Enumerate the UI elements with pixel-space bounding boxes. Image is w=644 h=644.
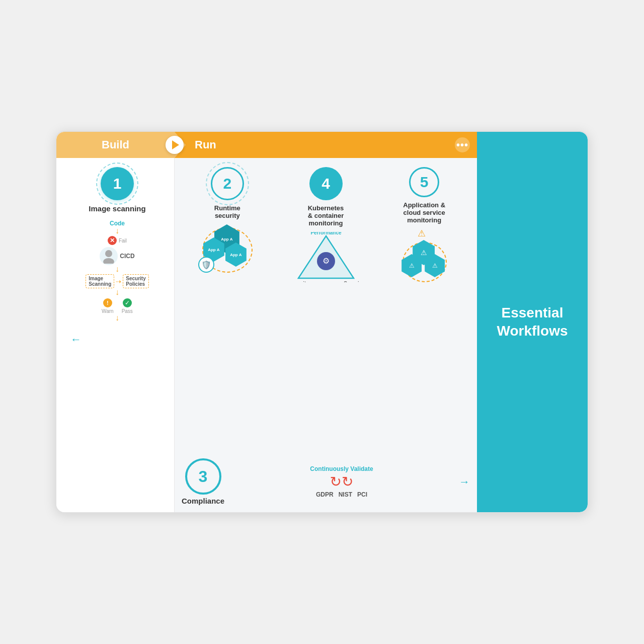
step-5-label: Application &cloud servicemonitoring <box>403 201 445 224</box>
warn-icon: ! <box>103 298 112 307</box>
step-4-item: 4 Kubernetes& containermonitoring <box>280 167 372 282</box>
pass-label: Pass <box>122 308 133 314</box>
run-title: Run <box>195 138 216 151</box>
pass-col: ✓ Pass <box>122 298 133 314</box>
svg-text:⚙: ⚙ <box>323 257 330 265</box>
step-1-number: 1 <box>113 175 122 192</box>
build-header: Build <box>56 132 175 158</box>
step-4-label: Kubernetes& containermonitoring <box>308 204 344 227</box>
hex-cluster-2: App A App A App A 🛡️ <box>197 223 258 274</box>
step-5-item: 5 Application &cloud servicemonitoring ⚠… <box>378 167 470 278</box>
cv-arrow-right: ↻ <box>342 473 353 490</box>
step-1-circle: 1 <box>101 167 134 200</box>
gdpr-row: GDPR NIST PCI <box>316 491 367 498</box>
arrow-down-3: ↓ <box>115 288 119 296</box>
step-4-number: 4 <box>321 175 330 192</box>
main-container: Build Run ••• 1 Image scanning <box>55 131 589 513</box>
scanning-row: ImageScanning ⇢ SecurityPolicies <box>86 274 148 288</box>
essential-workflows-title: Essential Workflows <box>477 294 588 351</box>
build-title: Build <box>102 138 129 151</box>
right-arrow-icon: → <box>459 475 470 489</box>
shield-icon: 🛡️ <box>198 257 214 273</box>
cv-label: Continuously Validate <box>310 465 373 472</box>
triangle-svg: ⚙ Performance Capacity Security <box>293 232 359 282</box>
step-5-number: 5 <box>420 174 429 191</box>
run-header: Run ••• <box>175 132 477 158</box>
top-warning-icon: ⚠ <box>418 228 426 239</box>
gdpr-item: GDPR <box>316 491 334 498</box>
step-2-number: 2 <box>223 175 231 192</box>
cicd-row: ✕ Fail <box>108 236 127 245</box>
step-3-number: 3 <box>199 467 208 486</box>
cv-arrows: ↺ ↻ <box>330 473 353 490</box>
triangle-chart: ⚙ Performance Capacity Security <box>293 232 359 282</box>
build-bottom-arrows: ← <box>67 333 167 346</box>
continuously-validate-box: Continuously Validate ↺ ↻ GDPR NIST PCI <box>228 465 455 498</box>
avatar-icon <box>101 249 116 264</box>
warn-col: ! Warn <box>102 298 114 314</box>
run-section: 2 Runtimesecurity App A App A App A 🛡️ <box>175 158 477 512</box>
forward-icon <box>172 140 179 149</box>
svg-point-0 <box>105 250 112 257</box>
arrow-down-4: ↓ <box>115 314 119 322</box>
svg-text:Capacity: Capacity <box>293 281 309 282</box>
step-2-item: 2 Runtimesecurity App A App A App A 🛡️ <box>182 167 273 274</box>
nist-item: NIST <box>339 491 352 498</box>
step-3-circle: 3 <box>185 458 221 495</box>
fail-label: Fail <box>119 238 127 244</box>
compliance-row: 3 Compliance Continuously Validate ↺ ↻ <box>182 451 470 505</box>
pass-icon: ✓ <box>123 298 132 307</box>
pci-item: PCI <box>357 491 367 498</box>
right-panel: Essential Workflows <box>477 132 588 512</box>
build-diagram: Code ↓ ✕ Fail CICD <box>67 220 167 322</box>
step-3-label: Compliance <box>182 497 224 505</box>
dashed-arrow-1: ⇢ <box>116 278 121 285</box>
step-4-circle: 4 <box>309 167 343 200</box>
header-bar: Build Run ••• <box>56 132 477 158</box>
run-top-row: 2 Runtimesecurity App A App A App A 🛡️ <box>182 167 470 282</box>
build-section-label: Image scanning <box>89 204 145 213</box>
dots-button[interactable]: ••• <box>455 137 470 152</box>
cicd-label: CICD <box>120 253 134 260</box>
arrow-down-1: ↓ <box>115 227 119 235</box>
svg-text:Performance: Performance <box>310 232 342 235</box>
fail-icon: ✕ <box>108 236 117 245</box>
step-2-label: Runtimesecurity <box>214 204 240 219</box>
warn-pass-row: ! Warn ✓ Pass <box>102 298 133 314</box>
svg-point-1 <box>103 258 114 264</box>
step-5-circle: 5 <box>409 167 439 197</box>
content-area: 1 Image scanning Code ↓ ✕ Fail <box>56 158 477 512</box>
svg-text:Security: Security <box>344 281 359 282</box>
cv-arrow-left: ↺ <box>330 473 342 490</box>
user-avatar <box>100 247 118 265</box>
forward-button[interactable] <box>166 136 184 154</box>
step-3-col: 3 Compliance <box>182 458 224 505</box>
app5-cluster: ⚠ ↓ ⚠ ⚠ ⚠ <box>396 228 452 278</box>
build-section: 1 Image scanning Code ↓ ✕ Fail <box>56 158 175 512</box>
security-policies-box: SecurityPolicies <box>123 274 148 288</box>
left-arrow-icon: ← <box>70 333 82 346</box>
left-panel: Build Run ••• 1 Image scanning <box>56 132 477 512</box>
warn-label: Warn <box>102 308 114 314</box>
avatar-cicd-row: CICD <box>100 247 134 265</box>
arrow-down-2: ↓ <box>115 265 119 273</box>
step-2-circle: 2 <box>211 167 244 200</box>
code-label: Code <box>110 220 125 227</box>
image-scanning-box: ImageScanning <box>86 274 114 288</box>
